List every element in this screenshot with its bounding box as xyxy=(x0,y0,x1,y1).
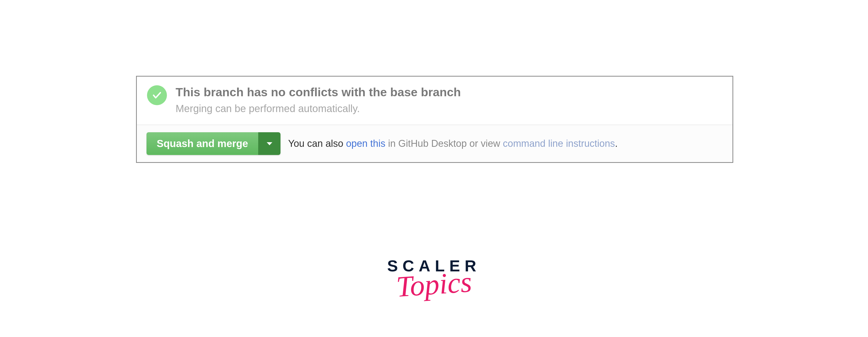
hint-mid1: in GitHub Desktop xyxy=(385,138,467,149)
hint-prefix: You can also xyxy=(288,138,346,149)
open-in-desktop-link[interactable]: open this xyxy=(346,138,385,149)
merge-hint-text: You can also open this in GitHub Desktop… xyxy=(288,137,618,150)
status-text: This branch has no conflicts with the ba… xyxy=(176,84,722,116)
status-subtitle: Merging can be performed automatically. xyxy=(176,101,722,116)
action-section: Squash and merge You can also open this … xyxy=(137,125,733,162)
squash-and-merge-button[interactable]: Squash and merge xyxy=(147,132,258,155)
hint-suffix: . xyxy=(615,138,618,149)
caret-down-icon xyxy=(267,142,272,145)
merge-button-group: Squash and merge xyxy=(147,132,280,155)
merge-status-panel: This branch has no conflicts with the ba… xyxy=(136,76,733,163)
command-line-instructions-link[interactable]: command line instructions xyxy=(503,138,615,149)
status-title: This branch has no conflicts with the ba… xyxy=(176,84,722,100)
scaler-topics-logo: SCALER Topics xyxy=(387,258,481,297)
check-success-icon xyxy=(147,85,167,105)
logo-line2: Topics xyxy=(395,269,472,300)
merge-dropdown-button[interactable] xyxy=(258,132,280,155)
status-section: This branch has no conflicts with the ba… xyxy=(137,76,733,125)
hint-mid2: or view xyxy=(467,138,503,149)
